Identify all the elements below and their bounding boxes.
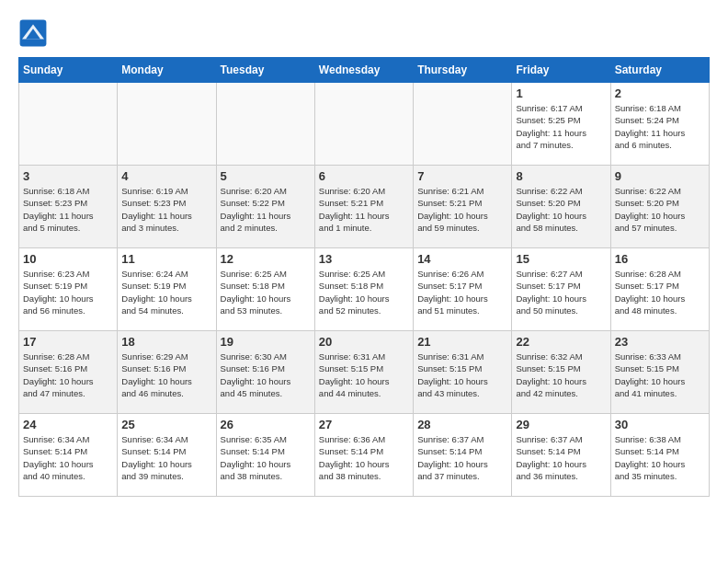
day-info: Sunrise: 6:21 AM Sunset: 5:21 PM Dayligh…	[417, 185, 507, 234]
weekday-header-sunday: Sunday	[19, 58, 118, 83]
day-info: Sunrise: 6:18 AM Sunset: 5:24 PM Dayligh…	[615, 102, 705, 151]
calendar-table: SundayMondayTuesdayWednesdayThursdayFrid…	[18, 57, 710, 497]
day-info: Sunrise: 6:30 AM Sunset: 5:16 PM Dayligh…	[221, 350, 311, 399]
day-number: 2	[615, 86, 705, 100]
day-cell: 11Sunrise: 6:24 AM Sunset: 5:19 PM Dayli…	[118, 248, 216, 331]
day-info: Sunrise: 6:35 AM Sunset: 5:14 PM Dayligh…	[221, 433, 311, 482]
day-info: Sunrise: 6:37 AM Sunset: 5:14 PM Dayligh…	[417, 433, 507, 482]
weekday-header-thursday: Thursday	[414, 58, 512, 83]
day-number: 21	[417, 335, 507, 349]
day-cell: 28Sunrise: 6:37 AM Sunset: 5:14 PM Dayli…	[414, 414, 512, 497]
day-info: Sunrise: 6:28 AM Sunset: 5:16 PM Dayligh…	[23, 350, 113, 399]
day-cell: 2Sunrise: 6:18 AM Sunset: 5:24 PM Daylig…	[610, 83, 709, 166]
day-number: 6	[319, 169, 409, 183]
day-cell	[216, 83, 314, 166]
day-cell: 12Sunrise: 6:25 AM Sunset: 5:18 PM Dayli…	[216, 248, 314, 331]
day-info: Sunrise: 6:22 AM Sunset: 5:20 PM Dayligh…	[615, 185, 705, 234]
day-info: Sunrise: 6:20 AM Sunset: 5:21 PM Dayligh…	[319, 185, 409, 234]
calendar-header: SundayMondayTuesdayWednesdayThursdayFrid…	[19, 58, 710, 83]
day-cell: 26Sunrise: 6:35 AM Sunset: 5:14 PM Dayli…	[216, 414, 314, 497]
day-cell: 23Sunrise: 6:33 AM Sunset: 5:15 PM Dayli…	[610, 331, 709, 414]
day-cell: 25Sunrise: 6:34 AM Sunset: 5:14 PM Dayli…	[118, 414, 216, 497]
day-number: 26	[221, 418, 311, 431]
day-number: 1	[516, 86, 606, 100]
day-cell: 16Sunrise: 6:28 AM Sunset: 5:17 PM Dayli…	[610, 248, 709, 331]
day-cell: 29Sunrise: 6:37 AM Sunset: 5:14 PM Dayli…	[512, 414, 610, 497]
weekday-header-wednesday: Wednesday	[314, 58, 413, 83]
day-cell: 14Sunrise: 6:26 AM Sunset: 5:17 PM Dayli…	[414, 248, 512, 331]
day-number: 22	[516, 335, 606, 349]
day-info: Sunrise: 6:33 AM Sunset: 5:15 PM Dayligh…	[615, 350, 705, 399]
day-cell: 19Sunrise: 6:30 AM Sunset: 5:16 PM Dayli…	[216, 331, 314, 414]
day-cell: 9Sunrise: 6:22 AM Sunset: 5:20 PM Daylig…	[610, 166, 709, 248]
day-cell: 3Sunrise: 6:18 AM Sunset: 5:23 PM Daylig…	[19, 166, 118, 248]
calendar-body: 1Sunrise: 6:17 AM Sunset: 5:25 PM Daylig…	[19, 83, 710, 497]
day-info: Sunrise: 6:25 AM Sunset: 5:18 PM Dayligh…	[319, 268, 409, 316]
weekday-header-saturday: Saturday	[610, 58, 709, 83]
page-header	[18, 18, 710, 48]
weekday-header-monday: Monday	[118, 58, 216, 83]
day-cell: 6Sunrise: 6:20 AM Sunset: 5:21 PM Daylig…	[314, 166, 413, 248]
day-number: 18	[121, 335, 211, 349]
day-number: 19	[221, 335, 311, 349]
day-number: 15	[516, 252, 606, 266]
day-info: Sunrise: 6:31 AM Sunset: 5:15 PM Dayligh…	[417, 350, 507, 399]
day-number: 20	[319, 335, 409, 349]
day-info: Sunrise: 6:27 AM Sunset: 5:17 PM Dayligh…	[516, 268, 606, 316]
day-number: 13	[319, 252, 409, 266]
day-number: 25	[121, 418, 211, 431]
day-number: 10	[23, 252, 113, 266]
day-cell: 18Sunrise: 6:29 AM Sunset: 5:16 PM Dayli…	[118, 331, 216, 414]
day-info: Sunrise: 6:23 AM Sunset: 5:19 PM Dayligh…	[23, 268, 113, 316]
day-info: Sunrise: 6:17 AM Sunset: 5:25 PM Dayligh…	[516, 102, 606, 151]
day-number: 27	[319, 418, 409, 431]
day-number: 8	[516, 169, 606, 183]
day-cell: 24Sunrise: 6:34 AM Sunset: 5:14 PM Dayli…	[19, 414, 118, 497]
weekday-header-friday: Friday	[512, 58, 610, 83]
day-cell	[314, 83, 413, 166]
day-cell	[19, 83, 118, 166]
day-info: Sunrise: 6:36 AM Sunset: 5:14 PM Dayligh…	[319, 433, 409, 482]
day-number: 3	[23, 169, 113, 183]
day-info: Sunrise: 6:32 AM Sunset: 5:15 PM Dayligh…	[516, 350, 606, 399]
week-row-1: 1Sunrise: 6:17 AM Sunset: 5:25 PM Daylig…	[19, 83, 710, 166]
day-cell: 20Sunrise: 6:31 AM Sunset: 5:15 PM Dayli…	[314, 331, 413, 414]
day-info: Sunrise: 6:22 AM Sunset: 5:20 PM Dayligh…	[516, 185, 606, 234]
day-cell: 21Sunrise: 6:31 AM Sunset: 5:15 PM Dayli…	[414, 331, 512, 414]
day-cell: 10Sunrise: 6:23 AM Sunset: 5:19 PM Dayli…	[19, 248, 118, 331]
day-info: Sunrise: 6:26 AM Sunset: 5:17 PM Dayligh…	[417, 268, 507, 316]
day-cell: 4Sunrise: 6:19 AM Sunset: 5:23 PM Daylig…	[118, 166, 216, 248]
day-number: 7	[417, 169, 507, 183]
day-cell: 27Sunrise: 6:36 AM Sunset: 5:14 PM Dayli…	[314, 414, 413, 497]
day-number: 16	[615, 252, 705, 266]
day-info: Sunrise: 6:20 AM Sunset: 5:22 PM Dayligh…	[221, 185, 311, 234]
day-cell: 8Sunrise: 6:22 AM Sunset: 5:20 PM Daylig…	[512, 166, 610, 248]
day-cell: 5Sunrise: 6:20 AM Sunset: 5:22 PM Daylig…	[216, 166, 314, 248]
day-number: 5	[221, 169, 311, 183]
day-number: 28	[417, 418, 507, 431]
day-info: Sunrise: 6:29 AM Sunset: 5:16 PM Dayligh…	[121, 350, 211, 399]
day-info: Sunrise: 6:37 AM Sunset: 5:14 PM Dayligh…	[516, 433, 606, 482]
day-cell: 15Sunrise: 6:27 AM Sunset: 5:17 PM Dayli…	[512, 248, 610, 331]
day-number: 14	[417, 252, 507, 266]
day-cell	[414, 83, 512, 166]
day-number: 24	[23, 418, 113, 431]
day-cell: 1Sunrise: 6:17 AM Sunset: 5:25 PM Daylig…	[512, 83, 610, 166]
week-row-2: 3Sunrise: 6:18 AM Sunset: 5:23 PM Daylig…	[19, 166, 710, 248]
day-number: 11	[121, 252, 211, 266]
day-info: Sunrise: 6:18 AM Sunset: 5:23 PM Dayligh…	[23, 185, 113, 234]
day-number: 12	[221, 252, 311, 266]
day-cell: 7Sunrise: 6:21 AM Sunset: 5:21 PM Daylig…	[414, 166, 512, 248]
week-row-3: 10Sunrise: 6:23 AM Sunset: 5:19 PM Dayli…	[19, 248, 710, 331]
week-row-4: 17Sunrise: 6:28 AM Sunset: 5:16 PM Dayli…	[19, 331, 710, 414]
day-info: Sunrise: 6:38 AM Sunset: 5:14 PM Dayligh…	[615, 433, 705, 482]
day-info: Sunrise: 6:19 AM Sunset: 5:23 PM Dayligh…	[121, 185, 211, 234]
day-number: 23	[615, 335, 705, 349]
weekday-header-row: SundayMondayTuesdayWednesdayThursdayFrid…	[19, 58, 710, 83]
day-number: 17	[23, 335, 113, 349]
day-number: 30	[615, 418, 705, 431]
logo	[18, 18, 51, 48]
day-info: Sunrise: 6:34 AM Sunset: 5:14 PM Dayligh…	[23, 433, 113, 482]
day-cell: 30Sunrise: 6:38 AM Sunset: 5:14 PM Dayli…	[610, 414, 709, 497]
day-info: Sunrise: 6:25 AM Sunset: 5:18 PM Dayligh…	[221, 268, 311, 316]
